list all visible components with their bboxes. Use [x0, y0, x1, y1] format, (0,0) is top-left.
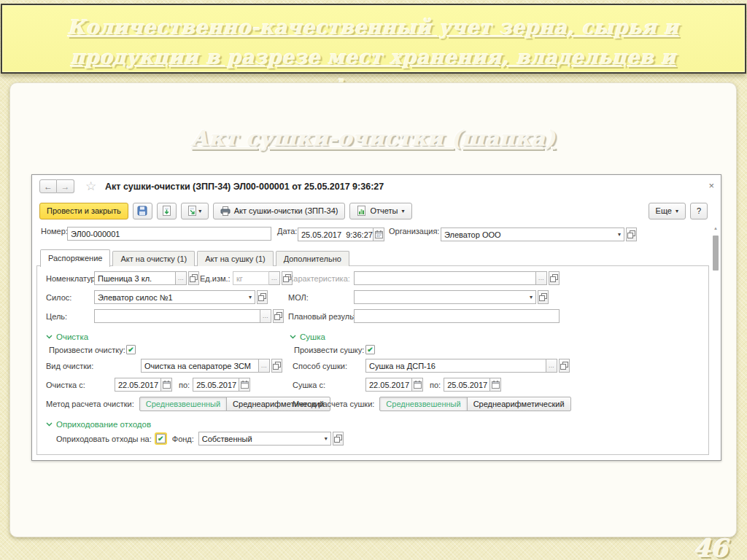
section-title: Акт сушки-очистки (шапка) — [10, 125, 736, 151]
ellipsis-icon[interactable]: ... — [176, 271, 187, 285]
calendar-icon[interactable] — [490, 378, 501, 392]
mol-input[interactable]: ▾ — [354, 290, 536, 304]
ellipsis-icon[interactable]: ... — [259, 359, 270, 373]
fund-value: Собственный — [202, 435, 322, 443]
cleaning-type-input[interactable]: Очистка на сепараторе ЗСМ — [141, 359, 259, 373]
cleaning-method-weighted-button[interactable]: Средневзвешенный — [139, 397, 227, 411]
vertical-scrollbar[interactable]: ▲ — [712, 226, 719, 456]
ellipsis-icon[interactable]: ... — [260, 309, 271, 323]
slide-header-title: Количественно-качественный учет зерна, с… — [2, 5, 745, 72]
perform-drying-checkbox[interactable]: ✔ — [365, 345, 375, 354]
section-waste[interactable]: Оприходование отходов — [46, 416, 151, 432]
cleaning-type-value: Очистка на сепараторе ЗСМ — [144, 362, 255, 370]
silo-input[interactable]: Элеватор силос №1 ▾ — [94, 290, 255, 304]
organization-input[interactable]: Элеватор ООО ▾ — [441, 228, 624, 241]
unit-value: кг — [236, 274, 266, 283]
date-input[interactable]: 25.05.2017 9:36:27 — [298, 228, 374, 241]
reports-button[interactable]: Отчеты ▾ — [349, 203, 411, 219]
caret-down-icon: ▾ — [676, 208, 678, 214]
forward-button[interactable]: → — [57, 179, 74, 193]
field-drying-dates: Сушка с: 22.05.2017 по: 25.05.2017 — [293, 377, 501, 392]
check-icon: ✔ — [367, 346, 373, 354]
open-value-icon[interactable] — [549, 271, 560, 285]
perform-cleaning-checkbox[interactable]: ✔ — [126, 345, 136, 354]
open-value-icon[interactable] — [273, 309, 284, 323]
calendar-icon[interactable] — [161, 378, 172, 392]
open-value-icon[interactable] — [559, 359, 570, 373]
print-act-label: Акт сушки-очистки (ЗПП-34) — [234, 206, 338, 215]
silo-value: Элеватор силос №1 — [98, 293, 247, 302]
post-document-button[interactable] — [157, 203, 177, 219]
printer-icon — [220, 206, 231, 216]
drying-method-arithmetic-button[interactable]: Среднеарифметический — [467, 397, 571, 411]
chevron-down-icon — [290, 335, 296, 339]
waste-checkbox[interactable]: ✔ — [156, 434, 166, 443]
characteristic-input[interactable] — [354, 271, 536, 285]
dropdown-caret-icon[interactable]: ▾ — [530, 294, 533, 300]
dropdown-caret-icon[interactable]: ▾ — [325, 435, 328, 442]
open-value-icon[interactable] — [333, 432, 344, 446]
open-value-icon[interactable] — [538, 290, 549, 304]
cleaning-to-input[interactable]: 25.05.2017 — [193, 378, 239, 392]
save-button[interactable] — [133, 203, 152, 219]
favorites-star-icon[interactable]: ☆ — [85, 179, 96, 194]
drying-to-input[interactable]: 25.05.2017 — [444, 378, 490, 392]
perform-drying-label: Произвести сушку: — [294, 346, 365, 354]
back-arrow-icon: ← — [44, 182, 53, 192]
drying-method-segmented: Средневзвешенный Среднеарифметический — [379, 397, 570, 411]
cleaning-from-input[interactable]: 22.05.2017 — [115, 378, 161, 392]
open-value-icon[interactable] — [271, 359, 282, 373]
ellipsis-icon[interactable]: ... — [269, 271, 280, 285]
header-fields-row: Номер: ЭЛ00-000001 Дата: 25.05.2017 9:36… — [32, 225, 721, 244]
close-icon[interactable]: × — [708, 180, 714, 191]
print-act-button[interactable]: Акт сушки-очистки (ЗПП-34) — [213, 203, 346, 219]
back-button[interactable]: ← — [39, 179, 57, 193]
slide-header-band: Количественно-качественный учет зерна, с… — [1, 4, 746, 74]
waste-checkbox-label: Оприходовать отходы на: — [56, 435, 152, 443]
field-characteristic: Характеристика: ... — [288, 271, 560, 286]
calendar-icon[interactable] — [239, 378, 250, 392]
drying-method-input[interactable]: Сушка на ДСП-16 — [365, 359, 546, 373]
open-value-icon[interactable] — [626, 228, 637, 241]
date-field: 25.05.2017 9:36:27 — [298, 227, 384, 242]
planned-result-label: Плановый результат: — [288, 312, 354, 321]
help-label: ? — [697, 206, 701, 215]
ellipsis-icon[interactable]: ... — [546, 359, 557, 373]
cleaning-calc-method-label: Метод расчета очистки: — [46, 400, 134, 408]
number-input[interactable]: ЭЛ00-000001 — [67, 227, 271, 241]
drying-from-label: Сушка с: — [293, 381, 365, 389]
drying-from-value: 22.05.2017 — [369, 381, 409, 389]
window-titlebar: ← → ☆ Акт сушки-очистки (ЗПП-34) ЭЛ00-00… — [32, 175, 721, 198]
more-button[interactable]: Еще ▾ — [649, 203, 686, 219]
open-value-icon[interactable] — [188, 271, 199, 285]
create-based-on-button[interactable]: ▾ — [181, 203, 209, 219]
post-and-close-button[interactable]: Провести и закрыть — [39, 203, 128, 219]
drying-from-input[interactable]: 22.05.2017 — [365, 378, 412, 392]
scroll-up-icon[interactable]: ▲ — [712, 226, 719, 230]
dropdown-caret-icon[interactable]: ▾ — [618, 231, 621, 238]
field-silo: Силос: Элеватор силос №1 ▾ — [46, 289, 268, 305]
planned-result-input[interactable] — [354, 309, 560, 323]
scrollbar-thumb[interactable] — [713, 236, 719, 271]
silo-label: Силос: — [46, 293, 94, 302]
nomenclature-input[interactable]: Пшеница 3 кл. — [94, 271, 176, 285]
field-mol: МОЛ: ▾ — [288, 289, 549, 305]
drying-method-weighted-button[interactable]: Средневзвешенный — [379, 397, 467, 411]
help-button[interactable]: ? — [690, 203, 708, 219]
caret-down-icon: ▾ — [198, 208, 201, 214]
section-waste-title: Оприходование отходов — [56, 420, 151, 429]
tab-akt-na-sushku[interactable]: Акт на сушку (1) — [197, 251, 273, 266]
tab-rasporyazhenie[interactable]: Распоряжение — [40, 249, 110, 267]
unit-input[interactable]: кг — [233, 271, 269, 285]
tab-dopolnitelno[interactable]: Дополнительно — [276, 251, 349, 266]
ellipsis-icon[interactable]: ... — [536, 271, 547, 285]
calendar-icon[interactable] — [374, 228, 384, 241]
calendar-icon[interactable] — [412, 378, 423, 392]
goal-input[interactable] — [94, 309, 260, 323]
field-unit: Ед.изм.: кг ... — [200, 271, 293, 286]
drying-calc-method-label: Метод расчета сушки: — [293, 400, 374, 408]
tab-akt-na-ochistku[interactable]: Акт на очистку (1) — [112, 251, 195, 266]
fund-input[interactable]: Собственный ▾ — [198, 432, 331, 446]
dropdown-caret-icon[interactable]: ▾ — [249, 294, 252, 300]
open-value-icon[interactable] — [257, 290, 268, 304]
